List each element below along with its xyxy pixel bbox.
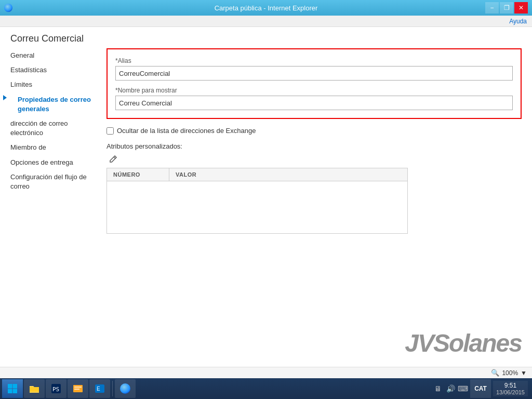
restore-button[interactable]: ❐	[500, 2, 513, 14]
close-button[interactable]: ✕	[514, 2, 528, 14]
edit-atributos-button[interactable]	[107, 153, 120, 165]
menu-bar: Ayuda	[0, 16, 532, 27]
svg-rect-2	[13, 384, 18, 389]
minimize-button[interactable]: −	[485, 2, 499, 14]
zoom-dropdown-icon[interactable]: ▼	[521, 369, 527, 377]
taskbar-separator	[112, 381, 113, 396]
zoom-control: 100%	[502, 369, 518, 377]
status-bar: 🔍 100% ▼	[0, 367, 532, 378]
sidebar-item-configuracion[interactable]: Configuración del flujo de correo	[10, 170, 96, 194]
form-area: *Alias *Nombre para mostrar Ocultar de l…	[96, 48, 532, 379]
svg-rect-9	[74, 389, 79, 390]
taskbar-powershell[interactable]: PS	[46, 379, 66, 398]
svg-text:E: E	[97, 386, 100, 392]
powershell-icon: PS	[51, 384, 61, 393]
sidebar-item-opciones[interactable]: Opciones de entrega	[10, 155, 96, 170]
table-body	[107, 181, 407, 233]
taskbar-network-icon: 🖥	[433, 379, 443, 398]
start-button[interactable]	[2, 379, 23, 398]
page-title: Correu Comercial	[0, 27, 532, 48]
nombre-label: *Nombre para mostrar	[115, 87, 513, 94]
title-bar-controls: − ❐ ✕	[485, 2, 528, 14]
col-valor: VALOR	[169, 168, 407, 181]
taskbar-file-explorer[interactable]	[24, 379, 45, 398]
sidebar-item-propiedades[interactable]: Propiedades de correo generales	[10, 92, 96, 116]
sidebar-item-limites[interactable]: Límites	[10, 77, 96, 92]
ie-taskbar-icon	[120, 383, 130, 394]
windows-logo-icon	[7, 383, 18, 394]
taskbar-right: 🖥 🔊 ⌨ CAT 9:51 13/06/2015	[433, 379, 530, 398]
clock-date: 13/06/2015	[496, 389, 525, 395]
language-label: CAT	[474, 385, 487, 392]
pencil-icon	[109, 155, 117, 163]
taskbar-input-icon: ⌨	[458, 379, 468, 398]
table-header: NÚMERO VALOR	[107, 168, 407, 181]
ie-icon	[4, 4, 12, 12]
nombre-input[interactable]	[115, 96, 513, 110]
svg-rect-1	[8, 384, 12, 389]
svg-text:PS: PS	[52, 386, 59, 393]
hide-checkbox[interactable]	[107, 127, 114, 135]
file-manager-icon	[73, 384, 83, 393]
col-numero: NÚMERO	[107, 168, 169, 181]
exchange-icon: E	[95, 384, 105, 393]
atributos-label: Atributos personalizados:	[107, 142, 522, 150]
alias-label: *Alias	[115, 57, 513, 64]
taskbar-ie[interactable]	[115, 379, 136, 398]
taskbar-clock[interactable]: 9:51 13/06/2015	[493, 381, 528, 396]
alias-input[interactable]	[115, 66, 513, 81]
taskbar-speaker-icon: 🔊	[445, 379, 456, 398]
taskbar-file-manager[interactable]	[68, 379, 88, 398]
sidebar-arrow	[3, 95, 7, 100]
sidebar-item-general[interactable]: General	[10, 48, 96, 63]
clock-time: 9:51	[496, 382, 525, 389]
sidebar: General Estadísticas Límites Propiedades…	[0, 48, 96, 379]
title-bar: Carpeta pública - Internet Explorer − ❐ …	[0, 0, 532, 16]
main-content: General Estadísticas Límites Propiedades…	[0, 48, 532, 379]
sidebar-item-estadisticas[interactable]: Estadísticas	[10, 63, 96, 77]
checkbox-label: Ocultar de la lista de direcciones de Ex…	[117, 127, 256, 135]
sidebar-item-miembro[interactable]: Miembro de	[10, 140, 96, 155]
sidebar-item-direccion[interactable]: dirección de correo electrónico	[10, 116, 96, 140]
zoom-value: 100%	[502, 369, 518, 377]
svg-rect-4	[13, 389, 18, 394]
checkbox-row: Ocultar de la lista de direcciones de Ex…	[107, 127, 522, 135]
taskbar-exchange[interactable]: E	[89, 379, 110, 398]
atributos-table: NÚMERO VALOR	[107, 168, 408, 234]
folder-icon	[29, 384, 39, 393]
taskbar: PS E 🖥 🔊 ⌨ CAT 9:51 13/06/2015	[0, 378, 532, 399]
title-bar-title: Carpeta pública - Internet Explorer	[0, 4, 532, 12]
svg-rect-8	[74, 387, 82, 388]
svg-line-0	[114, 157, 115, 158]
zoom-icon: 🔍	[491, 369, 499, 377]
title-bar-left	[4, 4, 12, 12]
svg-rect-3	[8, 389, 12, 394]
taskbar-language[interactable]: CAT	[470, 379, 491, 398]
help-link[interactable]: Ayuda	[509, 18, 527, 25]
form-box: *Alias *Nombre para mostrar	[107, 48, 522, 119]
